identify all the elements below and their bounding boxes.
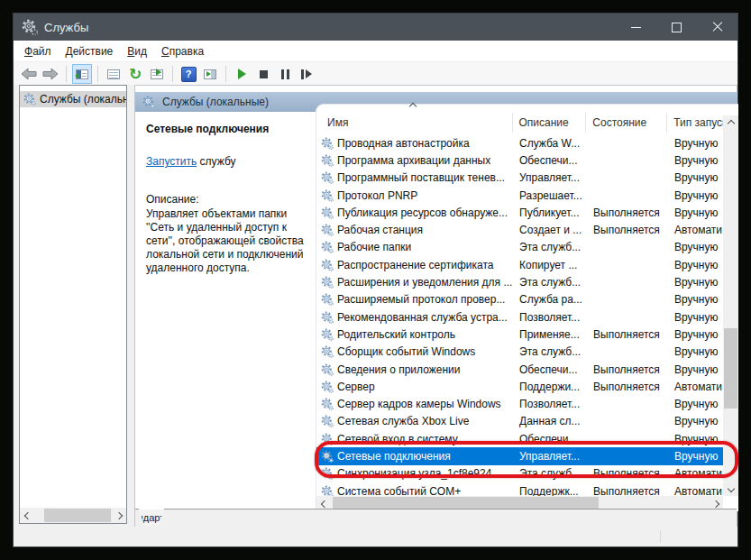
tree-item-label: Службы (локальные) [40, 93, 126, 106]
service-row[interactable]: Сборщик событий Windows Эта служб... Вру… [316, 344, 738, 361]
help-button[interactable] [179, 64, 198, 84]
service-description: Управляет... [513, 450, 587, 463]
service-status: Выполняется [587, 485, 668, 496]
service-row[interactable]: Сведения о приложении Обеспечи... Выполн… [316, 361, 738, 378]
status-bar-divider [660, 530, 661, 543]
service-startup-type: Автомати [668, 485, 724, 496]
service-startup-type: Автомати [668, 224, 724, 236]
service-row[interactable]: Сетевой вход в систему Обеспечи... Вручн… [316, 430, 738, 447]
service-row[interactable]: Расширяемый протокол провер... Служба ра… [316, 291, 738, 308]
back-button[interactable] [19, 64, 39, 84]
main-area: Службы (локальные) Службы (локальные) Се… [14, 85, 737, 528]
column-header-description[interactable]: Описание [513, 113, 587, 133]
service-gear-icon [321, 467, 334, 480]
service-row[interactable]: Родительский контроль Применяе... Выполн… [316, 326, 738, 343]
refresh-icon: ↻ [129, 67, 142, 82]
tree-item-services-local[interactable]: Службы (локальные) [20, 91, 126, 107]
show-console-tree-button[interactable] [72, 64, 92, 84]
toolbar-separator [172, 66, 173, 82]
service-gear-icon [321, 345, 334, 358]
sort-ascending-icon [409, 103, 417, 110]
scrollbar-thumb[interactable] [724, 328, 737, 409]
toolbar-separator [97, 66, 98, 82]
service-row[interactable]: Рабочая станция Создает и ... Выполняетс… [316, 221, 738, 238]
close-button[interactable] [697, 14, 737, 41]
service-startup-type: Вручную [668, 433, 724, 445]
service-name: Расширяемый протокол провер... [337, 293, 505, 306]
column-header-name[interactable]: Имя [316, 113, 513, 133]
start-service-link[interactable]: Запустить [146, 155, 197, 168]
properties-icon [107, 69, 120, 79]
panel-header-label: Службы (локальные) [162, 96, 269, 108]
forward-button[interactable] [41, 64, 60, 84]
service-row[interactable]: Публикация ресурсов обнаруже... Публикуе… [316, 204, 738, 221]
pause-service-button[interactable] [275, 64, 295, 84]
scrollbar-thumb[interactable] [44, 509, 111, 522]
show-action-pane-button[interactable] [200, 64, 220, 84]
service-row[interactable]: Расширения и уведомления для ... Эта слу… [316, 273, 738, 290]
start-service-suffix: службу [200, 155, 236, 168]
column-header-startup-type[interactable]: Тип запуска [667, 113, 723, 133]
service-description: Эта служб... [513, 276, 587, 289]
service-name-cell: Сетевые подключения [316, 450, 513, 463]
menu-action[interactable]: Действие [59, 42, 121, 60]
service-row[interactable]: Сетевая служба Xbox Live Данная сл... Вр… [316, 413, 738, 430]
service-row[interactable]: Проводная автонастройка Служба W... Вруч… [316, 134, 738, 151]
service-gear-icon [321, 241, 334, 253]
maximize-button[interactable] [656, 14, 697, 41]
service-description: Создает и ... [513, 224, 587, 236]
close-icon [712, 22, 723, 32]
list-header: Имя Описание Состояние Тип запуска [316, 105, 723, 133]
help-icon [181, 67, 197, 82]
service-gear-icon [321, 171, 334, 184]
service-gear-icon [321, 415, 334, 427]
service-gear-icon [321, 137, 334, 150]
service-startup-type: Вручную [668, 311, 724, 324]
service-description: Служба ра... [513, 293, 587, 306]
service-description: Позволяет... [513, 311, 587, 324]
scroll-down-button[interactable] [723, 481, 738, 496]
export-list-button[interactable] [147, 64, 167, 84]
toolbar: ↻ [14, 62, 737, 87]
service-gear-icon [321, 224, 334, 236]
service-status: Выполняется [587, 207, 668, 219]
scroll-right-button[interactable] [111, 508, 126, 523]
properties-button[interactable] [104, 64, 124, 84]
service-startup-type: Вручную [668, 345, 724, 358]
start-service-button[interactable] [232, 64, 252, 84]
column-header-status[interactable]: Состояние [586, 113, 667, 133]
restart-service-button[interactable] [297, 64, 316, 84]
service-row[interactable]: Программный поставщик тенев... Управляет… [316, 170, 738, 187]
chevron-down-icon [727, 484, 734, 491]
service-row[interactable]: Рабочие папки Эта служб... Вручную [316, 239, 738, 256]
console-tree-pane: Службы (локальные) [19, 85, 127, 524]
service-row[interactable]: Протокол PNRP Разрешает... Вручную [316, 187, 738, 204]
service-startup-type: Вручную [668, 259, 724, 271]
service-name: Сборщик событий Windows [337, 345, 475, 358]
list-vertical-scrollbar[interactable] [723, 115, 738, 496]
service-row[interactable]: Система событий COM+ Поддержк... Выполня… [316, 482, 738, 496]
menu-help[interactable]: Справка [154, 42, 211, 60]
service-gear-icon [321, 328, 334, 341]
menu-file[interactable]: Файл [17, 42, 59, 60]
scroll-left-button[interactable] [20, 508, 35, 523]
service-startup-type: Вручную [668, 207, 724, 219]
show-action-pane-icon [204, 69, 216, 79]
service-name: Рабочая станция [337, 224, 423, 236]
service-row[interactable]: Распространение сертификата Копирует ...… [316, 256, 738, 273]
service-row[interactable]: Рекомендованная служба устра... Позволяе… [316, 308, 738, 326]
minimize-button[interactable] [616, 14, 656, 41]
services-app-icon [22, 19, 38, 35]
refresh-button[interactable]: ↻ [125, 64, 145, 84]
scroll-up-button[interactable] [723, 115, 738, 131]
tree-horizontal-scrollbar[interactable] [20, 508, 126, 523]
service-row[interactable]: Сервер кадров камеры Windows Позволяет..… [316, 395, 738, 412]
panel-header-gear-icon [142, 96, 155, 108]
service-row[interactable]: Программа архивации данных Обеспечи... В… [316, 151, 738, 169]
menu-view[interactable]: Вид [120, 42, 154, 60]
service-row[interactable]: Сервер Поддержи... Выполняется Автомати [316, 378, 738, 395]
service-row[interactable]: Сетевые подключения Управляет... Вручную [316, 447, 738, 464]
service-name-cell: Родительский контроль [316, 328, 513, 341]
stop-service-button[interactable] [253, 64, 273, 84]
service-row[interactable]: Синхронизация узла_1cf8e924 Эта служб...… [316, 465, 738, 482]
